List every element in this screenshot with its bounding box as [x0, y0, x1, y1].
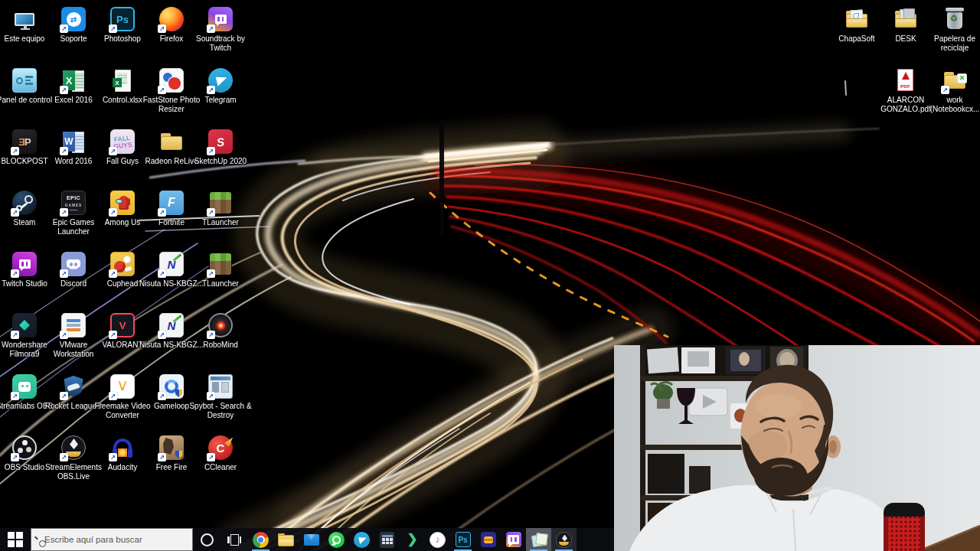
taskbar-app-chrome[interactable] [248, 528, 273, 551]
shortcut-arrow-icon: ↗ [207, 392, 215, 400]
recycle-bin-icon: ♻ [942, 6, 968, 32]
desktop-icon-label: Soundtrack by Twitch [188, 34, 253, 53]
shortcut-arrow-icon: ↗ [60, 86, 68, 94]
taskbar-app-photo-viewer[interactable] [526, 528, 551, 551]
desktop-icon-robomind[interactable]: ↗RoboMind [196, 312, 245, 350]
desktop-icon-tlauncher[interactable]: ↗TLauncher [196, 251, 245, 289]
chrome-icon [253, 532, 269, 548]
taskbar-app-twitch-soundtrack[interactable] [501, 528, 526, 551]
desktop-icon-label: RoboMind [188, 341, 253, 350]
filmora-icon: ↗ [11, 312, 38, 338]
shortcut-arrow-icon: ↗ [60, 331, 68, 339]
taskbar-app-streamelements[interactable] [551, 528, 577, 551]
windows-logo-icon [8, 532, 23, 547]
taskbar-app-whatsapp[interactable] [324, 528, 349, 551]
gameloop-icon: ↗ [158, 373, 185, 399]
teamviewer-icon: ⇄↗ [60, 6, 87, 32]
steam-icon: ↗ [11, 190, 38, 216]
shortcut-arrow-icon: ↗ [60, 24, 68, 33]
desktop-icon-label: SketchUp 2020 [188, 157, 253, 166]
filmora-arrow-icon: ❯ [407, 533, 417, 546]
epic-icon: EPICGAMES↗ [60, 190, 87, 216]
telegram-icon: ↗ [207, 67, 234, 93]
photoshop-task-icon: Ps [456, 532, 471, 547]
shortcut-arrow-icon: ↗ [158, 453, 166, 461]
shortcut-arrow-icon: ↗ [109, 24, 117, 33]
shortcut-arrow-icon: ↗ [11, 453, 19, 461]
rocket-league-icon: ↗ [60, 373, 87, 399]
control-panel-icon [11, 67, 38, 93]
microphone [884, 503, 925, 551]
task-view-icon [227, 534, 241, 546]
xlsx-icon: X [109, 67, 136, 93]
shortcut-arrow-icon: ↗ [11, 147, 19, 155]
shortcut-arrow-icon: ↗ [207, 453, 215, 461]
shortcut-arrow-icon: ↗ [11, 331, 19, 339]
freefire-icon: ↗ [158, 435, 185, 461]
desktop-icon-vmware-workstation[interactable]: ↗VMware Workstation [49, 312, 98, 359]
taskbar-app-burger-app[interactable] [475, 528, 501, 551]
burger-app-icon [481, 532, 496, 547]
desktop-icon-freemake-video-converter[interactable]: V↗Freemake Video Converter [98, 373, 147, 420]
desktop-icon-telegram[interactable]: ↗Telegram [196, 67, 245, 105]
taskbar-app-itunes[interactable]: ♪ [425, 528, 450, 551]
shortcut-arrow-icon: ↗ [207, 86, 215, 94]
desktop-icon-sketchup-2020[interactable]: S↗SketchUp 2020 [196, 129, 245, 166]
taskbar-app-telegram[interactable] [349, 528, 374, 551]
taskbar-app-mail[interactable] [299, 528, 324, 551]
shortcut-arrow-icon: ↗ [109, 269, 117, 278]
desktop-icon-epic-games-launcher[interactable]: EPICGAMES↗Epic Games Launcher [49, 190, 98, 236]
shortcut-arrow-icon: ↗ [109, 208, 117, 217]
file-explorer-icon [278, 533, 294, 546]
desktop-icon-ccleaner[interactable]: C↗CCleaner [196, 435, 245, 472]
shortcut-arrow-icon: ↗ [109, 392, 117, 400]
streamlabs-icon: ↗ [11, 373, 38, 399]
shortcut-arrow-icon: ↗ [207, 331, 215, 339]
taskbar-search-input[interactable]: Escribe aquí para buscar [31, 528, 193, 551]
firefox-icon: ↗ [158, 6, 185, 32]
twitch-studio-icon: ↗ [11, 251, 38, 277]
desktop-icon-streamelements-obs-live[interactable]: ↗StreamElements OBS.Live [49, 435, 98, 481]
start-button[interactable] [0, 528, 31, 551]
desktop-icon-spybot-search-destroy[interactable]: ↗Spybot - Search & Destroy [196, 373, 245, 420]
shortcut-arrow-icon: ↗ [60, 208, 68, 217]
photoshop-icon: Ps↗ [109, 6, 136, 32]
desktop-icon-soundtrack-by-twitch[interactable]: ↗Soundtrack by Twitch [196, 6, 245, 53]
cortana-button[interactable] [193, 528, 220, 551]
spybot-icon: ↗ [207, 373, 234, 399]
cortana-icon [201, 533, 214, 546]
desktop-icon-label: TLauncher [188, 218, 253, 227]
taskbar-app-filmora[interactable]: ❯ [400, 528, 425, 551]
tlauncher-icon: ↗ [207, 251, 234, 277]
desktop-icon-papelera-de-reciclaje[interactable]: ♻Papelera de reciclaje [930, 6, 979, 53]
desktop-icon-tlauncher[interactable]: ↗TLauncher [196, 190, 245, 227]
desktop-icon-work-notebookcx[interactable]: ✕↗work (Notebookcx... [930, 67, 979, 114]
shortcut-arrow-icon: ↗ [60, 453, 68, 461]
faststone-icon: ↗ [158, 67, 185, 93]
taskbar-app-file-explorer[interactable] [273, 528, 299, 551]
fallguys-icon: FALLGUYS↗ [109, 129, 136, 155]
shortcut-arrow-icon: ↗ [60, 392, 68, 400]
blockpost-icon: ƎP↗ [11, 129, 38, 155]
shortcut-arrow-icon: ↗ [158, 24, 166, 33]
shortcut-arrow-icon: ↗ [207, 24, 215, 33]
pdf-icon: PDF [893, 67, 919, 93]
calculator-icon [380, 532, 394, 548]
shortcut-arrow-icon: ↗ [11, 208, 19, 217]
shortcut-arrow-icon: ↗ [207, 147, 215, 155]
excel-icon: X↗ [60, 67, 87, 93]
shortcut-arrow-icon: ↗ [207, 208, 215, 217]
desktop-icon-label: TLauncher [188, 279, 253, 289]
fortnite-icon: F↗ [158, 190, 185, 216]
search-placeholder: Escribe aquí para buscar [44, 535, 142, 544]
desktop-icon-faststone-photo-resizer[interactable]: ↗FastStone Photo Resizer [147, 67, 196, 114]
shortcut-arrow-icon: ↗ [11, 392, 19, 400]
streamelements-task-icon [556, 532, 572, 548]
task-view-button[interactable] [220, 528, 248, 551]
shortcut-arrow-icon: ↗ [60, 269, 68, 278]
taskbar-app-photoshop[interactable]: Ps [450, 528, 475, 551]
taskbar-app-calculator[interactable] [374, 528, 400, 551]
folder-desk-icon [893, 6, 919, 32]
folder-icon [158, 129, 185, 155]
mail-icon [304, 534, 319, 546]
